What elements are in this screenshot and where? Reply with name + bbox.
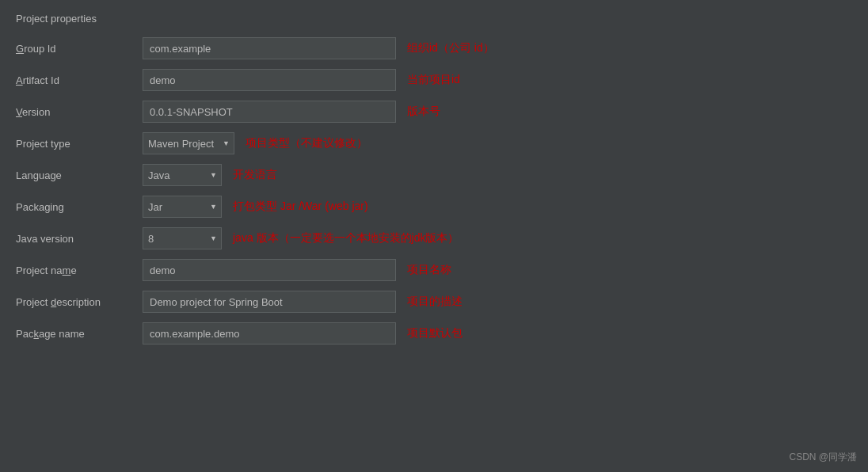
java-version-annotation: java 版本（一定要选一个本地安装的jdk版本）: [233, 231, 459, 246]
language-label: Language: [16, 169, 143, 181]
project-description-label: Project description: [16, 296, 143, 308]
project-name-label: Project name: [16, 265, 143, 276]
group-id-row: Group Id 组织id（公司 id）: [16, 36, 852, 61]
packaging-select[interactable]: Jar War: [143, 196, 222, 218]
java-version-select-wrapper: 8 11 17 21: [143, 227, 222, 249]
version-row: Version 版本号: [16, 99, 852, 124]
watermark-text: CSDN @同学潘: [789, 451, 857, 464]
project-name-annotation: 项目名称: [407, 263, 451, 277]
project-name-row: Project name 项目名称: [16, 257, 852, 283]
group-id-annotation: 组织id（公司 id）: [407, 41, 494, 55]
package-name-label: Package name: [16, 328, 143, 340]
group-id-input[interactable]: [143, 37, 396, 59]
project-description-input[interactable]: [143, 291, 396, 313]
java-version-row: Java version 8 11 17 21 java 版本（一定要选一个本地…: [16, 226, 852, 251]
package-name-row: Package name 项目默认包: [16, 321, 852, 346]
panel-title: Project properties: [16, 13, 852, 25]
version-label: Version: [16, 106, 143, 118]
java-version-label: Java version: [16, 233, 143, 245]
version-input[interactable]: [143, 101, 396, 123]
packaging-row: Packaging Jar War 打包类型 Jar /War (web jar…: [16, 194, 852, 219]
artifact-id-label: Artifact Id: [16, 74, 143, 86]
project-type-select[interactable]: Maven Project Gradle Project: [143, 132, 234, 154]
artifact-id-input[interactable]: [143, 69, 396, 91]
package-name-annotation: 项目默认包: [407, 326, 463, 341]
language-select[interactable]: Java Kotlin Groovy: [143, 164, 222, 186]
project-properties-panel: Project properties Group Id 组织id（公司 id） …: [0, 0, 868, 472]
project-type-row: Project type Maven Project Gradle Projec…: [16, 131, 852, 156]
version-annotation: 版本号: [407, 105, 440, 119]
packaging-annotation: 打包类型 Jar /War (web jar): [233, 200, 368, 214]
project-name-input[interactable]: [143, 259, 396, 281]
language-row: Language Java Kotlin Groovy 开发语言: [16, 162, 852, 188]
project-description-annotation: 项目的描述: [407, 295, 463, 309]
group-id-label: Group Id: [16, 43, 143, 55]
packaging-select-wrapper: Jar War: [143, 196, 222, 218]
artifact-id-annotation: 当前项目id: [407, 73, 460, 87]
language-select-wrapper: Java Kotlin Groovy: [143, 164, 222, 186]
artifact-id-row: Artifact Id 当前项目id: [16, 67, 852, 93]
language-annotation: 开发语言: [233, 168, 277, 182]
project-type-select-wrapper: Maven Project Gradle Project: [143, 132, 234, 154]
project-type-annotation: 项目类型（不建议修改）: [246, 136, 367, 150]
package-name-input[interactable]: [143, 322, 396, 344]
packaging-label: Packaging: [16, 201, 143, 213]
project-type-label: Project type: [16, 138, 143, 150]
java-version-select[interactable]: 8 11 17 21: [143, 227, 222, 249]
project-description-row: Project description 项目的描述: [16, 289, 852, 314]
